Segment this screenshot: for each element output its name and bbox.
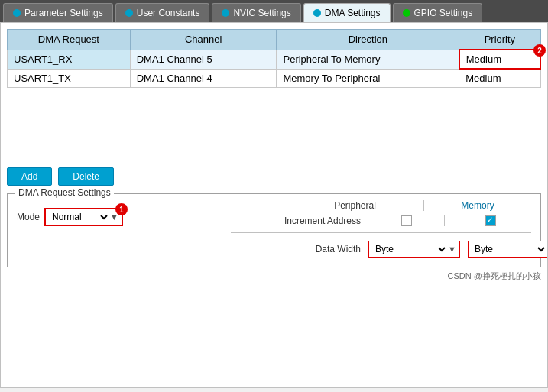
data-width-row: Data Width Byte Half Word Word ▼ Byte Ha… xyxy=(231,241,531,258)
col-header-channel: Channel xyxy=(130,30,277,50)
mode-label: Mode xyxy=(17,212,40,222)
memory-checkbox[interactable] xyxy=(485,215,496,226)
tab-gpio-settings[interactable]: GPIO Settings xyxy=(393,3,483,22)
direction-cell: Memory To Peripheral xyxy=(277,69,459,88)
main-content: DMA Request Channel Direction Priority U… xyxy=(0,22,548,388)
fieldset-legend: DMA Request Settings xyxy=(15,187,114,198)
col-headers: Peripheral Memory xyxy=(231,200,531,211)
dma-request-cell: USART1_RX xyxy=(8,50,131,69)
priority-cell: Medium xyxy=(459,69,540,88)
spacer xyxy=(7,91,541,106)
mode-select-wrap: Normal Circular ▼ 1 xyxy=(44,208,123,226)
add-button[interactable]: Add xyxy=(7,167,52,186)
dw-memory-select[interactable]: Byte Half Word Word xyxy=(472,243,547,255)
tab-dot-dma xyxy=(313,9,321,17)
dw-peripheral-select-wrap: Byte Half Word Word ▼ xyxy=(368,241,460,258)
dma-table: DMA Request Channel Direction Priority U… xyxy=(7,29,541,88)
priority-cell: Medium2 xyxy=(459,50,540,69)
tab-dma-settings[interactable]: DMA Settings xyxy=(303,3,391,22)
dma-request-cell: USART1_TX xyxy=(8,69,131,88)
channel-cell: DMA1 Channel 5 xyxy=(130,50,277,69)
tab-bar: Parameter Settings User Constants NVIC S… xyxy=(0,0,548,22)
col-header-peripheral: Peripheral xyxy=(287,200,424,211)
dw-peripheral-select[interactable]: Byte Half Word Word xyxy=(372,243,448,255)
tab-nvic-settings[interactable]: NVIC Settings xyxy=(212,3,300,22)
col-header-dma-request: DMA Request xyxy=(8,30,131,50)
mode-row: Mode Normal Circular ▼ 1 xyxy=(17,208,231,226)
col-header-direction: Direction xyxy=(277,30,459,50)
table-row[interactable]: USART1_TXDMA1 Channel 4Memory To Periphe… xyxy=(8,69,541,88)
direction-cell: Peripheral To Memory xyxy=(277,50,459,69)
priority-badge: 2 xyxy=(533,44,546,57)
tab-dot-nvic xyxy=(222,9,229,17)
tab-user-constants[interactable]: User Constants xyxy=(115,3,210,22)
table-row[interactable]: USART1_RXDMA1 Channel 5Peripheral To Mem… xyxy=(8,50,541,69)
col-header-memory: Memory xyxy=(424,200,531,211)
dw-memory-select-wrap: Byte Half Word Word ▼ xyxy=(468,241,548,258)
dma-request-settings-box: DMA Request Settings Mode Normal Circula… xyxy=(7,193,541,267)
mode-select[interactable]: Normal Circular xyxy=(49,211,110,223)
peripheral-checkbox[interactable] xyxy=(401,215,412,226)
settings-left: Mode Normal Circular ▼ 1 xyxy=(17,200,231,258)
delete-button[interactable]: Delete xyxy=(58,167,114,186)
inc-peripheral-cell xyxy=(368,215,445,226)
settings-right: Peripheral Memory Increment Address Data… xyxy=(231,200,531,258)
mode-badge: 1 xyxy=(115,203,128,215)
tab-dot-user xyxy=(125,9,133,17)
inc-memory-cell xyxy=(445,215,537,226)
channel-cell: DMA1 Channel 4 xyxy=(130,69,277,88)
tab-dot-gpio xyxy=(403,9,410,17)
increment-address-row: Increment Address xyxy=(231,215,531,233)
dw-label: Data Width xyxy=(231,244,368,254)
settings-grid: Mode Normal Circular ▼ 1 Peripheral xyxy=(17,200,531,258)
watermark: CSDN @挣死梗扎的小孩 xyxy=(7,271,541,282)
inc-address-label: Increment Address xyxy=(231,215,368,226)
tab-parameter-settings[interactable]: Parameter Settings xyxy=(3,3,113,22)
tab-dot-parameter xyxy=(13,9,21,17)
col-header-priority: Priority xyxy=(459,30,540,50)
button-row: Add Delete xyxy=(7,167,541,186)
